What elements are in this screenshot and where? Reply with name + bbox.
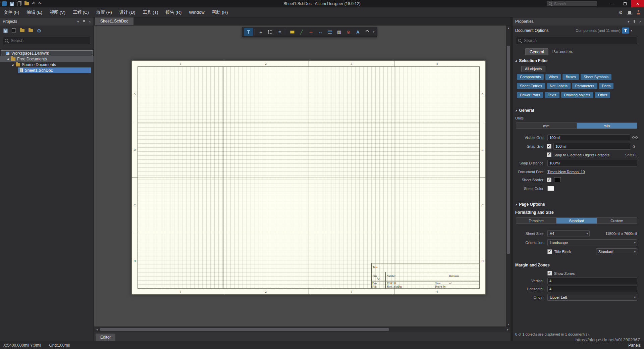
schematic-sheet[interactable]: 1 2 3 4 1 2 3 4 A B C D A B C D [131,60,486,295]
measure-button[interactable]: ↔ [316,28,325,36]
all-objects-button[interactable]: All objects [521,66,545,72]
filter-ports-button[interactable]: Ports [599,83,614,89]
filter-buses-button[interactable]: Buses [562,74,579,80]
snap-distance-input[interactable] [547,160,637,166]
tree-item-source-documents[interactable]: ◢ Source Documents [0,62,94,67]
crosshair-button[interactable]: + [257,28,265,36]
mode-custom-option[interactable]: Custom [597,218,637,223]
scope-filter-button[interactable] [622,28,629,34]
section-selection-filter[interactable]: ◢ Selection Filter [513,58,644,64]
tree-item-free-documents[interactable]: ◢ Free Documents [0,56,94,62]
close-button[interactable]: × [631,0,644,7]
place-part-button[interactable] [288,28,297,36]
panel-dropdown-icon[interactable]: ▾ [628,19,630,24]
scroll-down-icon[interactable]: ▾ [506,322,511,327]
title-block-select[interactable]: Standard ▾ [596,248,637,255]
mode-template-option[interactable]: Template [516,218,556,223]
mode-standard-option[interactable]: Standard [556,218,596,223]
origin-select[interactable]: Upper Left ▾ [547,294,637,301]
scroll-left-icon[interactable]: ◂ [94,327,100,332]
place-arc-button[interactable] [363,28,372,36]
filter-sheet-entries-button[interactable]: Sheet Entries [517,83,545,89]
menu-design[interactable]: 设计 (D) [116,7,139,17]
pin-icon[interactable] [633,20,636,23]
filter-drawing-objects-button[interactable]: Drawing objects [561,92,593,98]
sheet-size-select[interactable]: A4 ▾ [547,230,590,237]
units-mils-option[interactable]: mils [577,123,637,129]
menu-project[interactable]: 工程 (C) [69,7,93,17]
sheet-color-swatch[interactable] [547,186,554,191]
minimize-button[interactable] [606,0,619,7]
scroll-up-icon[interactable]: ▴ [506,26,511,30]
menu-tools[interactable]: 工具 (T) [139,7,162,17]
snap-hotspots-checkbox[interactable] [547,152,551,157]
undo-icon[interactable]: ↶ [32,2,35,6]
sheet-border-color-swatch[interactable] [554,177,561,182]
editor-mode-tab[interactable]: Editor [96,334,115,341]
tab-parameters[interactable]: Parameters [548,48,577,55]
menu-edit[interactable]: 编辑 (E) [23,7,46,17]
tree-item-sheet1[interactable]: Sheet1.SchDoc [0,67,94,73]
panels-button[interactable]: Panels [628,343,641,348]
panel-close-icon[interactable]: × [89,19,91,23]
menu-view[interactable]: 视图 (V) [46,7,69,17]
chevron-down-icon[interactable]: ▾ [373,30,375,34]
properties-search-input[interactable] [524,38,623,43]
filter-other-button[interactable]: Other [595,92,610,98]
visible-grid-input[interactable] [547,134,630,141]
filter-power-ports-button[interactable]: Power Ports [517,92,543,98]
folder-open-icon[interactable] [29,29,33,32]
section-general[interactable]: ◢ General [513,107,644,113]
title-block-checkbox[interactable] [547,249,552,254]
menu-file[interactable]: 文件 (F) [0,7,23,17]
chevron-down-icon[interactable]: ▾ [631,28,632,34]
copy-icon[interactable] [17,1,21,6]
place-image-button[interactable]: ▦ [335,28,343,36]
horizontal-input[interactable] [547,286,637,292]
projects-search[interactable] [3,37,91,44]
menu-place[interactable]: 放置 (P) [93,7,116,17]
snap-grid-checkbox[interactable] [547,144,551,149]
filter-net-labels-button[interactable]: Net Labels [547,83,571,89]
redo-icon[interactable]: ↷ [38,2,42,6]
document-font-link[interactable]: Times New Roman, 10 [547,168,585,175]
menu-reports[interactable]: 报告 (R) [162,7,185,17]
selection-area-button[interactable] [266,28,275,36]
show-zones-checkbox[interactable] [547,271,552,276]
properties-search[interactable] [516,37,637,44]
schematic-canvas[interactable]: + ≡ ╱ ┴ ↔ ▦ ⊗ A ▾ 1 2 3 4 1 2 [94,26,511,327]
filter-components-button[interactable]: Components [517,74,544,80]
user-avatar-icon[interactable] [636,10,641,14]
sheet-grid-area[interactable]: Title Size A4 Number Revision Date: 2 [138,66,480,289]
no-erc-button[interactable]: ⊗ [344,28,353,36]
vertical-scrollbar[interactable]: ▴ ▾ [506,26,511,327]
filter-wires-button[interactable]: Wires [545,74,561,80]
filter-button[interactable] [244,28,253,36]
titlebar-search-input[interactable] [554,2,591,6]
tab-general[interactable]: General [525,48,548,55]
menu-window[interactable]: Window [185,7,208,17]
folder-closed-icon[interactable] [20,29,24,32]
place-sheet-symbol-button[interactable] [325,28,334,36]
orientation-select[interactable]: Landscape ▾ [547,239,637,246]
maximize-button[interactable] [619,0,631,7]
save-project-icon[interactable] [3,29,8,33]
pin-icon[interactable] [83,20,86,23]
units-mm-option[interactable]: mm [516,123,577,129]
settings-gear-icon[interactable]: ⚙ [619,10,623,15]
expand-arrow-icon[interactable]: ◢ [6,58,9,60]
section-page-options[interactable]: ◢ Page Options [513,201,644,207]
place-wire-button[interactable]: ╱ [297,28,306,36]
scroll-right-icon[interactable]: ▸ [505,327,511,332]
app-logo-icon[interactable] [2,1,7,6]
panel-close-icon[interactable]: × [639,19,641,23]
notifications-bell-icon[interactable] [628,11,631,14]
place-power-port-button[interactable]: ┴ [307,28,315,36]
expand-arrow-icon[interactable]: ◢ [11,63,14,66]
vertical-input[interactable] [547,278,637,284]
place-text-button[interactable]: A [354,28,362,36]
open-folder-icon[interactable] [24,2,29,5]
save-icon[interactable] [10,2,14,6]
filter-parameters-button[interactable]: Parameters [572,83,597,89]
vertical-scrollbar-thumb[interactable] [507,46,510,254]
